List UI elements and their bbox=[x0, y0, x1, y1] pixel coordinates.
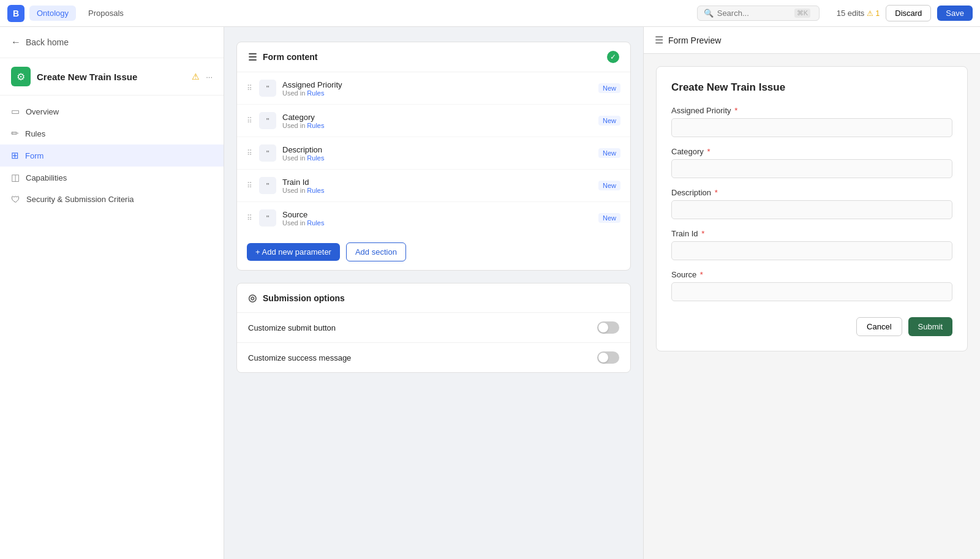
drag-handle[interactable]: ⠿ bbox=[247, 116, 253, 125]
main-layout: ← Back home ⚙ Create New Train Issue ⚠ ·… bbox=[0, 27, 980, 559]
form-content-header: ☰ Form content ✓ bbox=[237, 42, 630, 72]
search-input[interactable] bbox=[717, 9, 791, 18]
nav-right: 15 edits ⚠ 1 Discard Save bbox=[837, 5, 973, 21]
param-row-train-id: ⠿ " Train Id Used in Rules New bbox=[237, 170, 630, 202]
drag-handle[interactable]: ⠿ bbox=[247, 149, 253, 157]
drag-handle[interactable]: ⠿ bbox=[247, 84, 253, 92]
project-warning-icon: ⚠ bbox=[192, 72, 200, 81]
quote-icon: " bbox=[259, 112, 276, 129]
param-row-assigned-priority: ⠿ " Assigned Priority Used in Rules New bbox=[237, 72, 630, 105]
required-mark: * bbox=[707, 147, 710, 156]
field-assigned-priority: Assigned Priority * bbox=[671, 106, 952, 137]
back-arrow-icon: ← bbox=[11, 37, 21, 48]
submission-options-card: ◎ Submission options Customize submit bu… bbox=[236, 283, 631, 373]
param-info: Assigned Priority Used in Rules bbox=[282, 80, 592, 97]
submission-options-header: ◎ Submission options bbox=[237, 283, 630, 313]
app-logo: B bbox=[7, 5, 24, 22]
required-mark: * bbox=[700, 270, 703, 279]
required-mark: * bbox=[701, 229, 704, 238]
nav-tab-proposals[interactable]: Proposals bbox=[81, 6, 131, 21]
param-info: Category Used in Rules bbox=[282, 113, 592, 129]
new-badge: New bbox=[598, 148, 620, 158]
param-row-description: ⠿ " Description Used in Rules New bbox=[237, 137, 630, 170]
new-badge: New bbox=[598, 213, 620, 223]
quote-icon: " bbox=[259, 177, 276, 194]
search-bar: 🔍 ⌘K bbox=[697, 6, 820, 21]
quote-icon: " bbox=[259, 80, 276, 97]
form-icon: ⊞ bbox=[11, 150, 19, 161]
overview-icon: ▭ bbox=[11, 106, 20, 117]
sidebar: ← Back home ⚙ Create New Train Issue ⚠ ·… bbox=[0, 27, 224, 559]
new-badge: New bbox=[598, 116, 620, 126]
edit-count: 15 edits ⚠ 1 bbox=[837, 9, 880, 18]
search-shortcut: ⌘K bbox=[794, 9, 810, 18]
preview-icon: ☰ bbox=[655, 34, 663, 46]
field-category: Category * bbox=[671, 147, 952, 178]
card-footer: + Add new parameter Add section bbox=[237, 234, 630, 270]
center-content: ☰ Form content ✓ ⠿ " Assigned Priority U… bbox=[224, 27, 643, 559]
param-row-source: ⠿ " Source Used in Rules New bbox=[237, 202, 630, 234]
add-new-parameter-button[interactable]: + Add new parameter bbox=[247, 243, 340, 261]
param-info: Source Used in Rules bbox=[282, 210, 592, 227]
form-complete-icon: ✓ bbox=[607, 51, 619, 63]
project-title: Create New Train Issue bbox=[37, 72, 186, 82]
field-description: Description * bbox=[671, 188, 952, 219]
save-button[interactable]: Save bbox=[937, 6, 973, 21]
preview-form-title: Create New Train Issue bbox=[671, 81, 952, 94]
submit-button[interactable]: Submit bbox=[908, 317, 952, 336]
quote-icon: " bbox=[259, 209, 276, 227]
rules-icon: ✏ bbox=[11, 128, 19, 139]
param-info: Train Id Used in Rules bbox=[282, 178, 592, 194]
form-content-icon: ☰ bbox=[248, 51, 257, 63]
drag-handle[interactable]: ⠿ bbox=[247, 181, 253, 190]
cancel-button[interactable]: Cancel bbox=[856, 317, 902, 336]
param-info: Description Used in Rules bbox=[282, 145, 592, 162]
sidebar-item-security[interactable]: 🛡 Security & Submission Criteria bbox=[0, 189, 224, 210]
project-header: ⚙ Create New Train Issue ⚠ ··· bbox=[0, 58, 224, 96]
customize-success-toggle[interactable] bbox=[597, 351, 619, 364]
quote-icon: " bbox=[259, 144, 276, 162]
sidebar-item-overview[interactable]: ▭ Overview bbox=[0, 100, 224, 122]
top-nav: B Ontology Proposals 🔍 ⌘K 15 edits ⚠ 1 D… bbox=[0, 0, 980, 27]
warning-badge: ⚠ 1 bbox=[867, 9, 880, 18]
new-badge: New bbox=[598, 83, 620, 93]
search-icon: 🔍 bbox=[704, 9, 714, 18]
train-id-input[interactable] bbox=[671, 241, 952, 260]
parameters-list: ⠿ " Assigned Priority Used in Rules New … bbox=[237, 72, 630, 234]
form-preview-header: ☰ Form Preview bbox=[644, 27, 980, 54]
form-preview-area: Create New Train Issue Assigned Priority… bbox=[644, 54, 980, 364]
back-home[interactable]: ← Back home bbox=[0, 27, 224, 58]
right-panel: ☰ Form Preview Create New Train Issue As… bbox=[643, 27, 980, 559]
discard-button[interactable]: Discard bbox=[886, 5, 931, 21]
required-mark: * bbox=[734, 106, 737, 115]
submission-options-title: ◎ Submission options bbox=[248, 292, 345, 304]
param-row-category: ⠿ " Category Used in Rules New bbox=[237, 105, 630, 137]
sidebar-item-form[interactable]: ⊞ Form bbox=[0, 144, 224, 167]
submission-icon: ◎ bbox=[248, 292, 257, 304]
field-source: Source * bbox=[671, 270, 952, 301]
project-icon: ⚙ bbox=[11, 67, 31, 86]
description-input[interactable] bbox=[671, 200, 952, 219]
field-train-id: Train Id * bbox=[671, 229, 952, 260]
add-section-button[interactable]: Add section bbox=[346, 242, 406, 261]
nav-tab-ontology[interactable]: Ontology bbox=[29, 6, 76, 21]
customize-submit-toggle[interactable] bbox=[597, 321, 619, 334]
drag-handle[interactable]: ⠿ bbox=[247, 214, 253, 222]
capabilities-icon: ◫ bbox=[11, 172, 20, 183]
required-mark: * bbox=[715, 188, 718, 197]
more-options-icon[interactable]: ··· bbox=[206, 72, 213, 81]
form-content-title: ☰ Form content bbox=[248, 51, 317, 63]
sidebar-nav: ▭ Overview ✏ Rules ⊞ Form ◫ Capabilities… bbox=[0, 96, 224, 559]
category-input[interactable] bbox=[671, 159, 952, 178]
form-content-card: ☰ Form content ✓ ⠿ " Assigned Priority U… bbox=[236, 42, 631, 271]
preview-card: Create New Train Issue Assigned Priority… bbox=[656, 66, 968, 351]
shield-icon: 🛡 bbox=[11, 194, 20, 204]
source-input[interactable] bbox=[671, 282, 952, 301]
new-badge: New bbox=[598, 181, 620, 190]
assigned-priority-input[interactable] bbox=[671, 118, 952, 137]
sidebar-item-capabilities[interactable]: ◫ Capabilities bbox=[0, 167, 224, 189]
sidebar-item-rules[interactable]: ✏ Rules bbox=[0, 122, 224, 144]
customize-submit-row: Customize submit button bbox=[237, 313, 630, 343]
customize-success-row: Customize success message bbox=[237, 343, 630, 372]
preview-footer: Cancel Submit bbox=[671, 311, 952, 336]
